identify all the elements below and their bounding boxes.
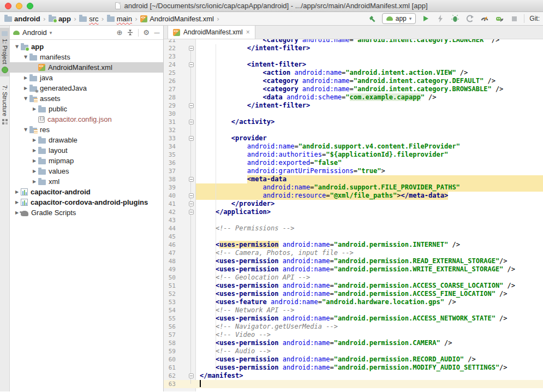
collapse-all-icon[interactable] bbox=[127, 29, 134, 36]
fold-marker-icon[interactable] bbox=[189, 62, 194, 67]
fold-marker-icon[interactable] bbox=[189, 136, 194, 141]
tree-arrow-icon[interactable]: ▶ bbox=[31, 179, 38, 184]
code-line-23[interactable]: 23 bbox=[164, 52, 543, 61]
build-hammer-icon[interactable] bbox=[367, 14, 377, 23]
code-line-22[interactable]: 22 </intent-filter> bbox=[164, 44, 543, 52]
code-line-63[interactable]: 63 bbox=[164, 380, 543, 388]
code-line-52[interactable]: 52 <uses-permission android:name="androi… bbox=[164, 290, 543, 298]
breadcrumb-item[interactable]: AndroidManifest.xml bbox=[140, 15, 214, 23]
breadcrumb-item[interactable]: app bbox=[49, 15, 71, 23]
code-line-41[interactable]: 41 </provider> bbox=[164, 200, 543, 208]
code-line-25[interactable]: 25 <action android:name="android.intent.… bbox=[164, 69, 543, 77]
code-editor[interactable]: 21 <category android:name="android.inten… bbox=[164, 39, 543, 391]
code-line-31[interactable]: 31 </activity> bbox=[164, 118, 543, 126]
fold-marker-icon[interactable] bbox=[189, 210, 194, 215]
fold-marker-icon[interactable] bbox=[189, 120, 194, 124]
tree-arrow-icon[interactable]: ▼ bbox=[22, 96, 29, 101]
code-line-37[interactable]: 37 android:grantUriPermissions="true"> bbox=[164, 167, 543, 175]
code-line-47[interactable]: 47 <!-- Camera, Photos, input file --> bbox=[164, 249, 543, 257]
code-line-32[interactable]: 32 bbox=[164, 126, 543, 134]
breadcrumb-item[interactable]: src bbox=[79, 15, 98, 23]
code-line-27[interactable]: 27 <category android:name="android.inten… bbox=[164, 85, 543, 93]
code-line-21[interactable]: 21 <category android:name="android.inten… bbox=[164, 39, 543, 44]
code-line-44[interactable]: 44 <!-- Permissions --> bbox=[164, 224, 543, 233]
sidebar-tab-structure[interactable]: 7: Structure bbox=[2, 82, 8, 128]
tree-arrow-icon[interactable]: ▶ bbox=[31, 158, 38, 163]
tree-arrow-icon[interactable]: ▶ bbox=[31, 148, 38, 153]
tree-item-layout[interactable]: ▶layout bbox=[10, 145, 163, 156]
git-label[interactable]: Git: bbox=[529, 15, 540, 22]
tree-arrow-icon[interactable]: ▶ bbox=[31, 169, 38, 174]
tree-item-values[interactable]: ▶values bbox=[10, 166, 163, 176]
code-line-45[interactable]: 45 bbox=[164, 233, 543, 241]
stop-button[interactable] bbox=[509, 14, 519, 23]
debug-bug-icon[interactable] bbox=[450, 14, 460, 23]
code-line-49[interactable]: 49 <uses-permission android:name="androi… bbox=[164, 265, 543, 274]
tree-item-public[interactable]: ▶public bbox=[10, 104, 163, 114]
code-line-46[interactable]: 46 <uses-permission android:name="androi… bbox=[164, 241, 543, 249]
close-icon[interactable]: × bbox=[246, 28, 250, 36]
run-with-coverage-icon[interactable] bbox=[465, 14, 475, 23]
tree-item-gradle-scripts[interactable]: ▶Gradle Scripts bbox=[10, 207, 163, 218]
profiler-gauge-icon[interactable] bbox=[480, 14, 490, 23]
tree-item-app[interactable]: ▼app bbox=[10, 41, 163, 52]
hide-panel-icon[interactable]: — bbox=[154, 29, 160, 36]
tree-arrow-icon[interactable]: ▶ bbox=[31, 106, 38, 111]
chevron-down-icon[interactable]: ▾ bbox=[50, 30, 52, 35]
tree-arrow-icon[interactable]: ▶ bbox=[22, 75, 29, 80]
fold-marker-icon[interactable] bbox=[189, 373, 194, 378]
attach-debugger-android-icon[interactable] bbox=[494, 14, 504, 23]
tree-arrow-icon[interactable]: ▶ bbox=[22, 86, 29, 91]
tree-arrow-icon[interactable]: ▼ bbox=[13, 44, 21, 49]
project-view-selector[interactable]: Android bbox=[22, 28, 47, 37]
sidebar-tab-project[interactable]: 1: Project bbox=[0, 28, 10, 76]
code-line-24[interactable]: 24 <intent-filter> bbox=[164, 61, 543, 69]
code-line-30[interactable]: 30 bbox=[164, 110, 543, 118]
code-line-34[interactable]: 34 android:name="android.support.v4.cont… bbox=[164, 142, 543, 151]
tree-item-xml[interactable]: ▶xml bbox=[10, 176, 163, 187]
tree-item-mipmap[interactable]: ▶mipmap bbox=[10, 156, 163, 166]
code-line-39[interactable]: 39 android:name="android.support.FILE_PR… bbox=[164, 183, 543, 192]
tree-item-assets[interactable]: ▼assets bbox=[10, 93, 163, 104]
fold-marker-icon[interactable] bbox=[189, 103, 194, 108]
code-line-53[interactable]: 53 <uses-feature android:name="android.h… bbox=[164, 298, 543, 306]
fold-marker-icon[interactable] bbox=[189, 201, 194, 206]
tree-arrow-icon[interactable]: ▼ bbox=[22, 55, 29, 60]
code-line-29[interactable]: 29 </intent-filter> bbox=[164, 102, 543, 110]
tree-item-res[interactable]: ▼res bbox=[10, 124, 163, 135]
run-configuration-select[interactable]: app ▾ bbox=[382, 13, 416, 24]
code-line-42[interactable]: 42 </application> bbox=[164, 208, 543, 216]
code-line-59[interactable]: 59 <!-- Audio --> bbox=[164, 347, 543, 355]
tree-arrow-icon[interactable]: ▶ bbox=[13, 200, 21, 205]
code-line-36[interactable]: 36 android:exported="false" bbox=[164, 159, 543, 167]
tree-arrow-icon[interactable]: ▼ bbox=[22, 127, 29, 132]
code-line-43[interactable]: 43 bbox=[164, 216, 543, 224]
code-line-51[interactable]: 51 <uses-permission android:name="androi… bbox=[164, 282, 543, 290]
locate-file-icon[interactable]: ⊕ bbox=[116, 28, 122, 37]
tree-item-capacitor-config-json[interactable]: capacitor.config.json bbox=[10, 114, 163, 124]
breadcrumb-item[interactable]: main bbox=[107, 15, 132, 23]
fold-marker-icon[interactable] bbox=[189, 46, 194, 51]
code-line-61[interactable]: 61 <uses-permission android:name="androi… bbox=[164, 364, 543, 372]
code-line-33[interactable]: 33 <provider bbox=[164, 134, 543, 142]
tree-item-drawable[interactable]: ▶drawable bbox=[10, 135, 163, 145]
run-button[interactable] bbox=[421, 14, 431, 23]
tree-item-capacitor-cordova-android-plugins[interactable]: ▶capacitor-cordova-android-plugins bbox=[10, 197, 163, 207]
tree-item-manifests[interactable]: ▼manifests bbox=[10, 52, 163, 62]
code-line-26[interactable]: 26 <category android:name="android.inten… bbox=[164, 77, 543, 85]
tree-item-generatedjava[interactable]: ▶generatedJava bbox=[10, 83, 163, 93]
tree-arrow-icon[interactable]: ▶ bbox=[31, 138, 38, 142]
breadcrumb-item[interactable]: android bbox=[4, 15, 40, 23]
fold-marker-icon[interactable] bbox=[189, 177, 194, 182]
apply-changes-icon[interactable] bbox=[435, 14, 445, 23]
code-line-55[interactable]: 55 <uses-permission android:name="androi… bbox=[164, 314, 543, 323]
code-line-38[interactable]: 38 <meta-data bbox=[164, 175, 543, 183]
code-line-35[interactable]: 35 android:authorities="${applicationId}… bbox=[164, 151, 543, 159]
fold-marker-icon[interactable] bbox=[189, 193, 194, 198]
tree-item-java[interactable]: ▶java bbox=[10, 73, 163, 83]
code-line-57[interactable]: 57 <!-- Video --> bbox=[164, 331, 543, 339]
gear-icon[interactable]: ⚙ bbox=[143, 28, 150, 37]
tree-arrow-icon[interactable]: ▶ bbox=[13, 189, 21, 194]
code-line-58[interactable]: 58 <uses-permission android:name="androi… bbox=[164, 339, 543, 347]
code-line-62[interactable]: 62</manifest> bbox=[164, 372, 543, 380]
